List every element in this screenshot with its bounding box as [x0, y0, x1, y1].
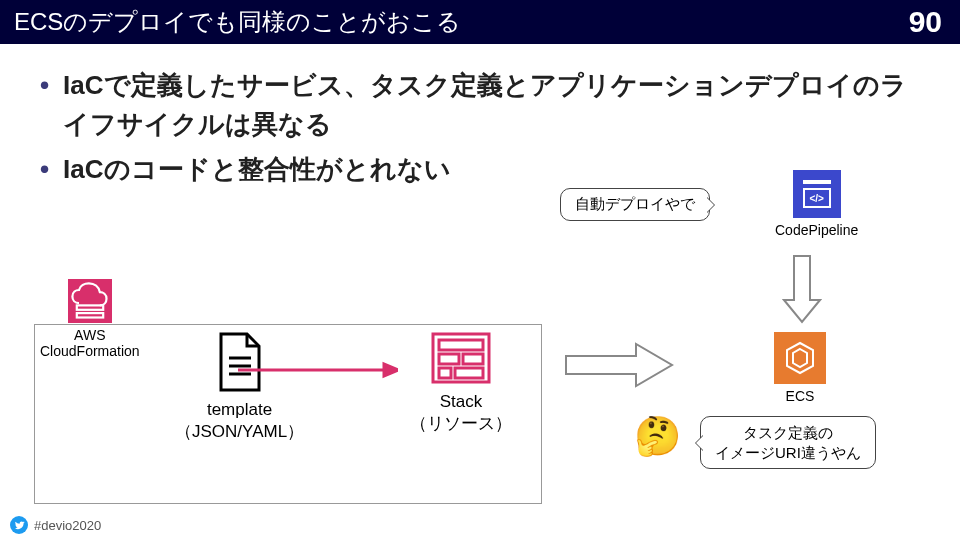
arrow-codepipeline-to-ecs — [782, 254, 822, 324]
codepipeline-icon: </> — [793, 170, 841, 218]
thinking-face-icon: 🤔 — [634, 414, 681, 458]
bubble-text-line1: タスク定義の — [743, 424, 833, 441]
arrow-stack-to-ecs — [564, 342, 674, 388]
slide-footer: #devio2020 — [10, 516, 101, 534]
arrow-template-to-stack — [238, 360, 398, 380]
footer-hashtag: #devio2020 — [34, 518, 101, 533]
ecs-label: ECS — [786, 388, 815, 404]
bullet-list: • IaCで定義したサービス、タスク定義とアプリケーションデプロイのライフサイク… — [0, 44, 960, 189]
cloudformation-icon — [68, 279, 112, 323]
stack-label: Stack （リソース） — [410, 392, 512, 435]
cloudformation-node: AWS CloudFormation — [40, 279, 140, 359]
codepipeline-label: CodePipeline — [775, 222, 858, 238]
svg-rect-11 — [439, 368, 451, 378]
svg-rect-10 — [463, 354, 483, 364]
stack-icon — [431, 332, 491, 388]
stack-node: Stack （リソース） — [410, 332, 512, 435]
connector-cf-to-template — [60, 374, 180, 504]
bullet-dot-icon: • — [40, 150, 49, 189]
slide-header: ECSのデプロイでも同様のことがおこる 90 — [0, 0, 960, 44]
bullet-text: IaCのコードと整合性がとれない — [63, 150, 450, 189]
ecs-icon — [774, 332, 826, 384]
template-label: template （JSON/YAML） — [175, 400, 304, 443]
codepipeline-node: </> CodePipeline — [775, 170, 858, 238]
svg-rect-12 — [455, 368, 483, 378]
bubble-image-uri: タスク定義の イメージURI違うやん — [700, 416, 876, 469]
template-node: template （JSON/YAML） — [175, 332, 304, 443]
slide-title: ECSのデプロイでも同様のことがおこる — [14, 6, 461, 38]
architecture-diagram: AWS CloudFormation template （JSON/YAML） — [0, 220, 960, 540]
ecs-node: ECS — [774, 332, 826, 404]
bubble-text: 自動デプロイやで — [575, 195, 695, 212]
svg-rect-8 — [439, 340, 483, 350]
svg-rect-0 — [77, 305, 103, 309]
twitter-icon — [10, 516, 28, 534]
bullet-text: IaCで定義したサービス、タスク定義とアプリケーションデプロイのライフサイクルは… — [63, 66, 920, 144]
bullet-item: • IaCで定義したサービス、タスク定義とアプリケーションデプロイのライフサイク… — [40, 66, 920, 144]
bullet-dot-icon: • — [40, 66, 49, 105]
svg-marker-6 — [384, 364, 398, 376]
svg-rect-1 — [77, 313, 103, 317]
slide-number: 90 — [909, 5, 942, 39]
bubble-text-line2: イメージURI違うやん — [715, 444, 861, 461]
svg-rect-9 — [439, 354, 459, 364]
cloudformation-label: AWS CloudFormation — [40, 327, 140, 359]
bubble-auto-deploy: 自動デプロイやで — [560, 188, 710, 221]
